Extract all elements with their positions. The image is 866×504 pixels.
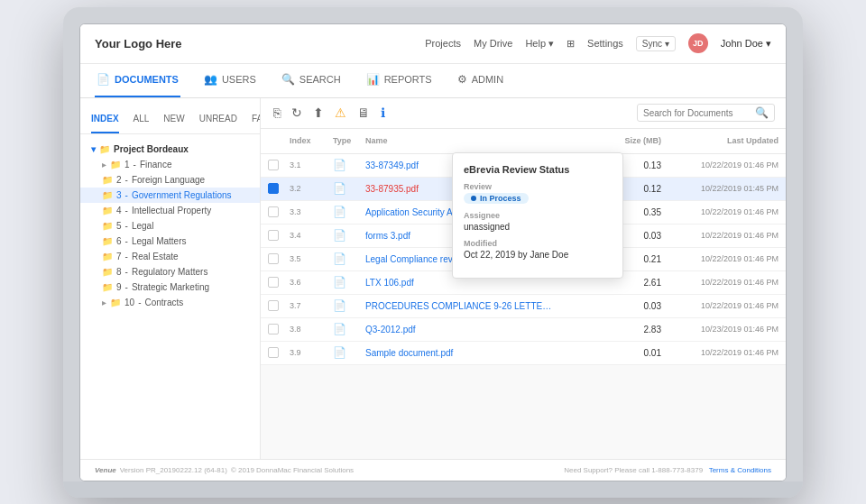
tree-item-marketing[interactable]: 📁 9 - Strategic Marketing xyxy=(80,279,260,295)
tree-item-real-estate[interactable]: 📁 7 - Real Estate xyxy=(80,249,260,264)
tree-item-foreign[interactable]: 📁 2 - Foreign Language xyxy=(80,172,260,188)
last-updated: 10/22/2019 01:46 PM xyxy=(661,254,778,263)
footer-support: Need Support? Please call 1-888-773-8379 xyxy=(564,466,703,474)
users-icon: 👥 xyxy=(204,73,217,86)
popup-modified-value: Oct 22, 2019 by Jane Doe xyxy=(464,250,612,260)
subnav-users[interactable]: 👥 USERS xyxy=(202,64,258,97)
tab-index[interactable]: INDEX xyxy=(91,105,119,133)
tree-item-finance[interactable]: ▸ 📁 1 - Finance xyxy=(80,157,260,172)
refresh-icon[interactable]: ↻ xyxy=(290,104,304,122)
last-updated: 10/23/2019 01:46 PM xyxy=(661,325,778,334)
warning-icon[interactable]: ⚠ xyxy=(333,104,348,122)
popup-assignee: Assignee unassigned xyxy=(464,211,612,232)
popup-review-value: In Process xyxy=(464,193,612,204)
footer-version: Version PR_20190222.12 (64-81) xyxy=(120,466,227,474)
row-checkbox[interactable] xyxy=(268,253,290,264)
pdf-icon: 📄 xyxy=(333,182,365,195)
last-updated: 10/22/2019 01:45 PM xyxy=(661,184,778,193)
footer-left: Venue Version PR_20190222.12 (64-81) © 2… xyxy=(95,466,354,474)
row-index: 3.2 xyxy=(290,184,333,193)
laptop-screen: Your Logo Here Projects My Drive Help ▾ … xyxy=(79,23,787,481)
nav-settings[interactable]: Settings xyxy=(587,38,623,49)
tab-new[interactable]: NEW xyxy=(163,105,184,133)
avatar: JD xyxy=(688,33,708,53)
row-checkbox[interactable] xyxy=(268,206,290,217)
table-row[interactable]: 3.9 📄 Sample document.pdf 0.01 10/22/201… xyxy=(261,342,786,365)
laptop-frame: Your Logo Here Projects My Drive Help ▾ … xyxy=(63,7,803,498)
pdf-icon: 📄 xyxy=(333,229,365,242)
subnav-reports[interactable]: 📊 REPORTS xyxy=(364,64,434,97)
tree-item-regulatory[interactable]: 📁 8 - Regulatory Matters xyxy=(80,264,260,279)
tab-favorites[interactable]: FAVORITES xyxy=(252,105,261,133)
nav-sync[interactable]: Sync ▾ xyxy=(636,36,676,51)
arrow-down-icon: ▾ xyxy=(91,144,96,154)
nav-grid[interactable]: ⊞ xyxy=(567,38,575,50)
subnav-admin[interactable]: ⚙ ADMIN xyxy=(456,64,505,97)
nav-my-drive[interactable]: My Drive xyxy=(474,38,512,49)
pdf-icon: 📄 xyxy=(333,252,365,265)
tree-item-ip[interactable]: 📁 4 - Intellectual Property xyxy=(80,203,260,218)
last-updated: 10/22/2019 01:46 PM xyxy=(661,348,778,357)
subnav-search[interactable]: 🔍 SEARCH xyxy=(280,64,343,97)
table-row[interactable]: 3.7 📄 PROCEDURES COMPLIANCE 9-26 LETTER.… xyxy=(261,295,786,318)
tree-item-gov[interactable]: 📁 3 - Government Regulations xyxy=(80,188,260,203)
row-checkbox[interactable] xyxy=(268,300,290,311)
info-icon[interactable]: ℹ xyxy=(379,104,387,122)
footer: Venue Version PR_20190222.12 (64-81) © 2… xyxy=(80,459,786,481)
tab-all[interactable]: ALL xyxy=(134,105,150,133)
monitor-icon[interactable]: 🖥 xyxy=(355,104,372,122)
copy-icon[interactable]: ⎘ xyxy=(272,104,282,122)
nav-help[interactable]: Help ▾ xyxy=(525,38,554,50)
file-name[interactable]: Sample document.pdf xyxy=(365,348,553,358)
footer-terms[interactable]: Terms & Conditions xyxy=(709,466,771,474)
file-size: 2.83 xyxy=(616,325,661,334)
table-row[interactable]: 3.8 📄 Q3-2012.pdf 2.83 10/23/2019 01:46 … xyxy=(261,318,786,342)
row-checkbox[interactable] xyxy=(268,324,290,334)
search-submit-icon[interactable]: 🔍 xyxy=(755,106,769,119)
tab-unread[interactable]: UNREAD xyxy=(199,105,237,133)
top-nav-right: Projects My Drive Help ▾ ⊞ Settings Sync… xyxy=(425,33,771,53)
folder-icon-ip: 📁 xyxy=(102,206,113,215)
row-index: 3.5 xyxy=(290,254,333,263)
folder-icon-real-estate: 📁 xyxy=(102,252,113,261)
popup-overlay: eBrevia Review Status Review In Process xyxy=(452,152,623,279)
file-size: 0.01 xyxy=(616,348,661,358)
sub-nav: 📄 DOCUMENTS 👥 USERS 🔍 SEARCH 📊 REPORTS ⚙… xyxy=(80,64,786,98)
folder-icon-contracts: 📁 xyxy=(110,298,121,307)
popup-review: Review In Process xyxy=(464,182,612,204)
file-name[interactable]: PROCEDURES COMPLIANCE 9-26 LETTER.pdf xyxy=(365,301,553,311)
row-checkbox[interactable] xyxy=(268,230,290,241)
footer-copyright: © 2019 DonnaMac Financial Solutions xyxy=(231,466,354,474)
pdf-icon: 📄 xyxy=(333,206,365,218)
top-nav: Your Logo Here Projects My Drive Help ▾ … xyxy=(80,24,786,64)
folder-icon-regulatory: 📁 xyxy=(102,267,113,277)
in-process-badge: In Process xyxy=(464,193,529,204)
venue-brand: Venue xyxy=(95,466,116,474)
search-input[interactable] xyxy=(643,108,751,118)
tree-item-legal-matters[interactable]: 📁 6 - Legal Matters xyxy=(80,234,260,249)
row-checkbox[interactable] xyxy=(268,160,290,170)
popup-modified: Modified Oct 22, 2019 by Jane Doe xyxy=(464,239,612,260)
nav-projects[interactable]: Projects xyxy=(425,38,461,49)
tree-item-contracts[interactable]: ▸ 📁 10 - Contracts xyxy=(80,295,260,310)
search-box: 🔍 xyxy=(637,104,775,122)
user-menu[interactable]: John Doe ▾ xyxy=(721,38,771,50)
tree-project-root[interactable]: ▾ 📁 Project Bordeaux xyxy=(80,142,260,157)
folder-icon-gov: 📁 xyxy=(102,190,113,200)
row-checkbox[interactable] xyxy=(268,277,290,288)
upload-icon[interactable]: ⬆ xyxy=(311,104,326,122)
row-index: 3.8 xyxy=(290,325,333,334)
row-checkbox[interactable] xyxy=(268,347,290,358)
reports-icon: 📊 xyxy=(366,73,380,86)
file-name[interactable]: LTX 106.pdf xyxy=(365,278,553,288)
doc-toolbar: ⎘ ↻ ⬆ ⚠ 🖥 ℹ 🔍 xyxy=(261,98,786,129)
project-tree: ▾ 📁 Project Bordeaux ▸ 📁 1 - Finance 📁 2… xyxy=(80,134,260,317)
tree-item-legal[interactable]: 📁 5 - Legal xyxy=(80,218,260,234)
row-index: 3.1 xyxy=(290,160,333,170)
subnav-documents[interactable]: 📄 DOCUMENTS xyxy=(95,64,180,97)
folder-icon-legal: 📁 xyxy=(102,221,113,231)
row-checkbox[interactable] xyxy=(268,183,290,194)
file-name[interactable]: Q3-2012.pdf xyxy=(365,325,553,334)
footer-right: Need Support? Please call 1-888-773-8379… xyxy=(564,466,771,474)
search-icon: 🔍 xyxy=(281,73,295,86)
